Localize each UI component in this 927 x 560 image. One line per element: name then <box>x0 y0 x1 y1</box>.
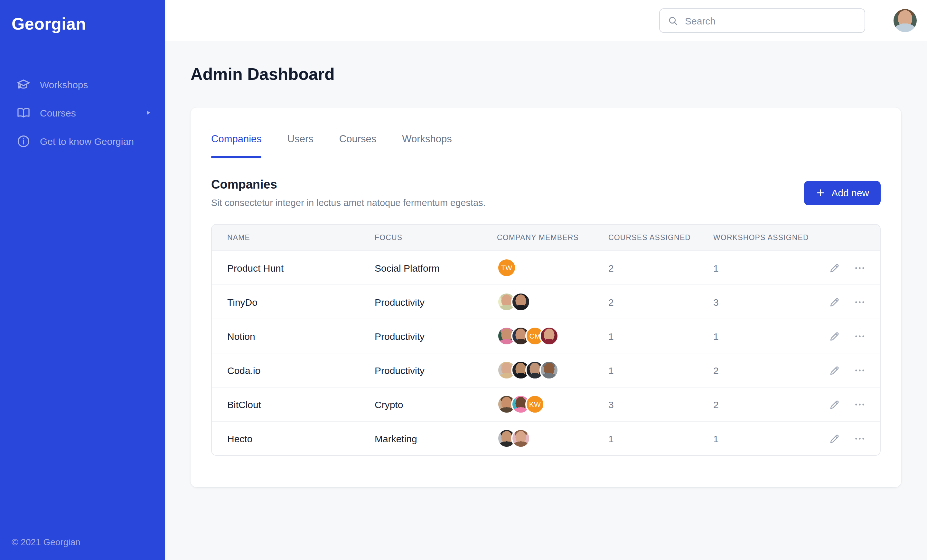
ellipsis-icon <box>854 432 866 445</box>
copyright-text: © 2021 Georgian <box>12 537 81 547</box>
company-members <box>497 292 608 311</box>
company-focus: Productivity <box>375 296 497 307</box>
courses-assigned-count: 1 <box>608 433 713 444</box>
plus-icon <box>815 188 825 197</box>
more-actions-button[interactable] <box>854 398 866 410</box>
brand-logo: Georgian <box>12 14 165 34</box>
company-name: TinyDo <box>212 296 375 307</box>
sidebar-item-label: Courses <box>40 107 76 118</box>
tab-workshops[interactable]: Workshops <box>402 133 452 158</box>
more-actions-button[interactable] <box>854 262 866 274</box>
company-focus: Social Platform <box>375 262 497 273</box>
courses-assigned-count: 1 <box>608 365 713 376</box>
table-row: Coda.io Productivity 1 2 <box>212 353 880 387</box>
workshops-assigned-count: 1 <box>713 433 818 444</box>
company-members <box>497 429 608 448</box>
table-row: Notion Productivity CM 1 1 <box>212 319 880 353</box>
company-members: TW <box>497 258 608 278</box>
table-row: TinyDo Productivity 2 3 <box>212 284 880 319</box>
member-avatar-photo <box>539 326 559 346</box>
sidebar-item-get-to-know[interactable]: Get to know Georgian <box>0 127 165 155</box>
more-actions-button[interactable] <box>854 432 866 445</box>
company-members: CM <box>497 326 608 346</box>
tab-users[interactable]: Users <box>287 133 313 158</box>
ellipsis-icon <box>854 330 866 342</box>
section-subtitle: Sit consectetur integer in lectus amet n… <box>211 197 486 208</box>
content-area: Admin Dashboard Companies Users Courses … <box>165 41 927 560</box>
user-avatar[interactable] <box>894 9 917 32</box>
more-actions-button[interactable] <box>854 296 866 308</box>
company-focus: Productivity <box>375 331 497 341</box>
company-name: Hecto <box>212 433 375 444</box>
workshops-assigned-count: 2 <box>713 365 818 376</box>
edit-button[interactable] <box>828 262 841 274</box>
member-avatar-photo <box>539 360 559 380</box>
pencil-icon <box>828 364 841 376</box>
column-header-focus: FOCUS <box>375 234 497 241</box>
courses-assigned-count: 2 <box>608 296 713 307</box>
page-title: Admin Dashboard <box>190 64 901 83</box>
column-header-name: NAME <box>212 234 375 241</box>
table-row: BitClout Crypto KW 3 2 <box>212 387 880 421</box>
chevron-right-icon <box>144 107 152 118</box>
add-new-button[interactable]: Add new <box>804 181 881 205</box>
company-focus: Marketing <box>375 433 497 444</box>
info-icon <box>16 134 31 148</box>
column-header-courses: COURSES ASSIGNED <box>608 234 713 241</box>
workshops-assigned-count: 1 <box>713 331 818 341</box>
section-title: Companies <box>211 178 486 192</box>
edit-button[interactable] <box>828 296 841 308</box>
ellipsis-icon <box>854 398 866 410</box>
pencil-icon <box>828 398 841 410</box>
ellipsis-icon <box>854 364 866 376</box>
tab-bar: Companies Users Courses Workshops <box>211 108 881 158</box>
company-members <box>497 360 608 380</box>
member-avatar-initials: KW <box>525 395 545 414</box>
workshops-assigned-count: 1 <box>713 262 818 273</box>
ellipsis-icon <box>854 296 866 308</box>
table-header-row: NAME FOCUS COMPANY MEMBERS COURSES ASSIG… <box>212 225 880 250</box>
edit-button[interactable] <box>828 398 841 410</box>
column-header-workshops: WORKSHOPS ASSIGNED <box>713 234 818 241</box>
search-input[interactable] <box>679 15 857 26</box>
workshops-assigned-count: 2 <box>713 399 818 410</box>
sidebar: Georgian Workshops <box>0 0 165 560</box>
member-avatar-photo <box>511 429 530 448</box>
courses-assigned-count: 1 <box>608 331 713 341</box>
company-focus: Productivity <box>375 365 497 376</box>
table-row: Hecto Marketing 1 1 <box>212 421 880 455</box>
search-icon <box>667 15 679 26</box>
search-box[interactable] <box>659 8 865 33</box>
app-window: Georgian Workshops <box>0 0 927 560</box>
dashboard-card: Companies Users Courses Workshops Compan… <box>190 108 901 487</box>
company-name: BitClout <box>212 399 375 410</box>
company-focus: Crypto <box>375 399 497 410</box>
member-avatar-photo <box>511 292 530 311</box>
pencil-icon <box>828 432 841 445</box>
tab-companies[interactable]: Companies <box>211 133 262 158</box>
edit-button[interactable] <box>828 364 841 376</box>
book-icon <box>16 105 31 120</box>
courses-assigned-count: 2 <box>608 262 713 273</box>
tab-courses[interactable]: Courses <box>339 133 376 158</box>
table-row: Product Hunt Social Platform TW 2 1 <box>212 250 880 284</box>
pencil-icon <box>828 330 841 342</box>
workshops-assigned-count: 3 <box>713 296 818 307</box>
company-members: KW <box>497 395 608 414</box>
companies-table: NAME FOCUS COMPANY MEMBERS COURSES ASSIG… <box>211 224 881 456</box>
more-actions-button[interactable] <box>854 330 866 342</box>
add-new-label: Add new <box>831 187 869 198</box>
edit-button[interactable] <box>828 432 841 445</box>
ellipsis-icon <box>854 262 866 274</box>
main-area: Admin Dashboard Companies Users Courses … <box>165 0 927 560</box>
company-name: Notion <box>212 331 375 341</box>
member-avatar-initials: TW <box>497 258 516 278</box>
sidebar-nav: Workshops Courses <box>0 70 165 155</box>
more-actions-button[interactable] <box>854 364 866 376</box>
courses-assigned-count: 3 <box>608 399 713 410</box>
edit-button[interactable] <box>828 330 841 342</box>
sidebar-item-workshops[interactable]: Workshops <box>0 70 165 99</box>
sidebar-item-courses[interactable]: Courses <box>0 99 165 127</box>
column-header-members: COMPANY MEMBERS <box>497 234 608 241</box>
pencil-icon <box>828 262 841 274</box>
